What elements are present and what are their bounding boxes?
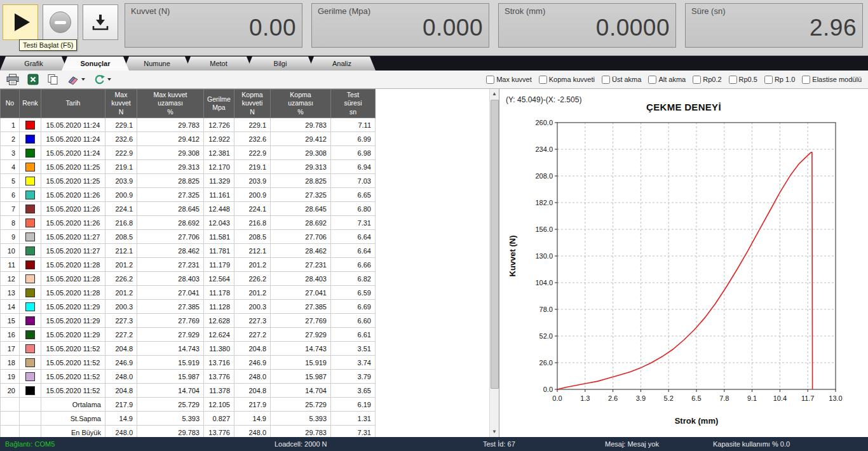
series-color-swatch: [25, 232, 35, 241]
table-row[interactable]: 11 15.05.2020 11:28201.227.23111.179201.…: [1, 258, 376, 272]
table-row[interactable]: 4 15.05.2020 11:25219.129.31312.170219.1…: [1, 160, 376, 174]
column-header[interactable]: Kopma kuvveti N: [234, 90, 271, 118]
svg-text:78.0: 78.0: [539, 306, 553, 313]
svg-text:208.0: 208.0: [535, 172, 553, 180]
series-color-swatch: [25, 121, 35, 130]
checkbox-5[interactable]: Rp0.5: [729, 76, 757, 84]
control-buttons: [3, 3, 125, 40]
table-scrollbar[interactable]: ▲ ▼: [489, 89, 499, 437]
table-row[interactable]: 16 15.05.2020 11:29227.227.92912.624227.…: [1, 328, 376, 342]
table-row[interactable]: 9 15.05.2020 11:27208.527.70611.581208.5…: [1, 230, 376, 244]
tab-grafik[interactable]: Grafik: [0, 57, 67, 71]
excel-export-button[interactable]: [25, 72, 41, 87]
clear-graph-button[interactable]: [64, 72, 88, 87]
scroll-down-icon[interactable]: ▼: [490, 427, 499, 437]
column-header[interactable]: No: [1, 90, 20, 118]
readout-2: Strok (mm) 0.0000: [498, 3, 676, 48]
series-color-swatch: [25, 135, 35, 144]
status-message: Mesaj: Mesaj yok: [605, 437, 659, 451]
checkbox-7[interactable]: Elastise modülü: [802, 76, 862, 84]
tensile-chart[interactable]: 0.026.052.078.0104.0130.0156.0182.0208.0…: [500, 114, 867, 438]
checkbox-1[interactable]: Kopma kuvveti: [539, 76, 595, 84]
checkbox-input[interactable]: [729, 76, 737, 84]
table-row[interactable]: 19 15.05.2020 11:52248.015.98713.776248.…: [1, 370, 376, 384]
status-bar: Bağlantı: COM5 Loadcell: 2000 N Test İd:…: [0, 437, 868, 451]
readout-value: 0.000: [318, 16, 483, 41]
table-row[interactable]: 5 15.05.2020 11:25203.928.82511.329203.9…: [1, 174, 376, 188]
start-test-button[interactable]: [3, 4, 38, 40]
svg-text:1.3: 1.3: [580, 394, 590, 402]
tab-sonuçlar[interactable]: Sonuçlar: [62, 57, 129, 71]
table-row[interactable]: 7 15.05.2020 11:26224.128.64512.448224.1…: [1, 202, 376, 216]
table-row[interactable]: 20 15.05.2020 11:52204.814.70411.378204.…: [1, 384, 376, 398]
save-export-button[interactable]: [83, 4, 118, 40]
table-row[interactable]: 1 15.05.2020 11:24229.129.78312.726229.1…: [1, 118, 376, 132]
column-header[interactable]: Gerilme Mpa: [204, 90, 234, 118]
checkbox-6[interactable]: Rp 1.0: [764, 76, 795, 84]
scrollbar-thumb[interactable]: [491, 100, 499, 389]
status-loadcell: Loadcell: 2000 N: [275, 437, 327, 451]
checkbox-2[interactable]: Üst akma: [602, 76, 641, 84]
svg-text:6.5: 6.5: [691, 394, 701, 402]
svg-text:7.8: 7.8: [719, 394, 729, 402]
print-button[interactable]: [4, 72, 22, 87]
svg-text:3.9: 3.9: [636, 394, 646, 402]
column-header[interactable]: Kopma uzaması %: [271, 90, 331, 118]
tab-analiz[interactable]: Analiz: [308, 57, 376, 71]
checkbox-input[interactable]: [648, 76, 656, 84]
analysis-checkboxes: Max kuvvet Kopma kuvveti Üst akma Alt ak…: [486, 76, 862, 84]
copy-button[interactable]: [44, 72, 61, 87]
checkbox-0[interactable]: Max kuvvet: [486, 76, 532, 84]
series-color-swatch: [25, 386, 35, 395]
readout-1: Gerilme (Mpa) 0.000: [311, 3, 489, 48]
checkbox-label: Rp 1.0: [775, 76, 795, 83]
table-row[interactable]: 17 15.05.2020 11:52204.814.74311.380204.…: [1, 342, 376, 356]
copy-icon: [47, 74, 58, 85]
checkbox-input[interactable]: [602, 76, 610, 84]
readout-value: 0.0000: [505, 16, 670, 41]
tab-numune[interactable]: Numune: [123, 57, 191, 71]
column-header[interactable]: Tarih: [41, 90, 105, 118]
chart-panel[interactable]: (Y: 45.049)-(X: -2.505) ÇEKME DENEYİ 0.0…: [499, 89, 868, 437]
column-header[interactable]: Renk: [20, 90, 41, 118]
table-row[interactable]: 2 15.05.2020 11:24232.629.41212.922232.6…: [1, 132, 376, 146]
table-row[interactable]: 15 15.05.2020 11:29227.327.76912.628227.…: [1, 314, 376, 328]
print-icon: [6, 74, 19, 86]
series-color-swatch: [25, 344, 35, 353]
status-capacity: Kapasite kullanımı % 0.0: [713, 437, 790, 451]
app-window: Testi Başlat (F5) Kuvvet (N) 0.00Gerilme…: [0, 0, 868, 451]
table-row[interactable]: 13 15.05.2020 11:28201.227.04111.178201.…: [1, 286, 376, 300]
checkbox-input[interactable]: [539, 76, 547, 84]
checkbox-input[interactable]: [802, 76, 810, 84]
table-row[interactable]: 12 15.05.2020 11:28226.228.40312.564226.…: [1, 272, 376, 286]
tab-metot[interactable]: Metot: [185, 57, 252, 71]
checkbox-4[interactable]: Rp0.2: [693, 76, 721, 84]
refresh-series-button[interactable]: [91, 72, 114, 87]
stop-test-button[interactable]: [43, 4, 78, 40]
series-color-swatch: [25, 191, 35, 199]
svg-text:2.6: 2.6: [608, 394, 618, 402]
table-row[interactable]: 3 15.05.2020 11:24222.929.30812.381222.9…: [1, 146, 376, 160]
column-header[interactable]: Max kuvvet uzaması %: [137, 90, 204, 118]
table-row[interactable]: 8 15.05.2020 11:26216.828.69212.043216.8…: [1, 216, 376, 230]
checkbox-input[interactable]: [764, 76, 773, 84]
checkbox-label: Alt akma: [658, 76, 686, 83]
series-color-swatch: [25, 246, 35, 255]
column-header[interactable]: Max kuvvet N: [105, 90, 137, 118]
checkbox-label: Üst akma: [612, 76, 641, 83]
table-row[interactable]: 6 15.05.2020 11:26200.927.32511.161200.9…: [1, 188, 376, 202]
checkbox-input[interactable]: [693, 76, 701, 84]
table-row[interactable]: 14 15.05.2020 11:29200.327.38511.128200.…: [1, 300, 376, 314]
svg-text:26.0: 26.0: [539, 359, 553, 367]
tab-bilgi[interactable]: Bilgi: [247, 57, 314, 71]
column-header[interactable]: Test süresi sn: [331, 90, 376, 118]
cursor-coordinates: (Y: 45.049)-(X: -2.505): [506, 95, 581, 104]
series-color-swatch: [25, 288, 35, 297]
table-row[interactable]: 18 15.05.2020 11:52246.915.91913.716246.…: [1, 356, 376, 370]
table-row[interactable]: 10 15.05.2020 11:27212.128.46211.781212.…: [1, 244, 376, 258]
scroll-up-icon[interactable]: ▲: [490, 89, 499, 99]
checkbox-3[interactable]: Alt akma: [648, 76, 686, 84]
svg-text:Strok (mm): Strok (mm): [675, 416, 719, 426]
checkbox-input[interactable]: [486, 76, 494, 84]
svg-text:0.0: 0.0: [552, 394, 562, 402]
